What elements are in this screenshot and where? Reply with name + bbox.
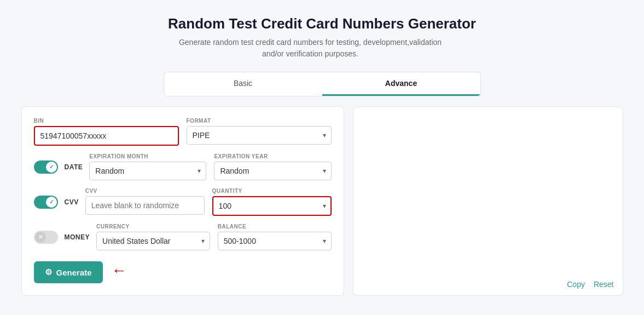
header-section: Random Test Credit Card Numbers Generato… bbox=[168, 15, 476, 60]
date-toggle-knob: ✓ bbox=[46, 162, 57, 173]
gear-icon: ⚙ bbox=[45, 267, 52, 277]
bin-input[interactable] bbox=[34, 126, 179, 146]
tabs-row: Basic Advance bbox=[164, 72, 481, 96]
exp-month-wrapper: Random 010203 040506 ▾ bbox=[89, 162, 206, 180]
currency-wrapper: United States Dollar EuroBritish Pound ▾ bbox=[96, 232, 210, 250]
format-field-group: FORMAT PIPE JSON CSV ▾ bbox=[187, 118, 332, 145]
cvv-toggle-label: CVV bbox=[65, 198, 79, 206]
cvv-input-group: CVV bbox=[85, 188, 205, 216]
date-toggle-check: ✓ bbox=[49, 164, 54, 170]
date-toggle-fields: EXPIRATION MONTH Random 010203 040506 ▾ … bbox=[89, 153, 331, 180]
right-panel: Copy Reset bbox=[353, 106, 623, 296]
money-toggle-x: ✕ bbox=[35, 232, 46, 243]
currency-label: CURRENCY bbox=[96, 224, 210, 230]
balance-select[interactable]: 500-1000 100-5001000-5000 bbox=[218, 232, 332, 250]
date-toggle-label: DATE bbox=[65, 163, 83, 171]
exp-year-group: EXPIRATION YEAR Random 202420252026 ▾ bbox=[214, 153, 331, 180]
currency-group: CURRENCY United States Dollar EuroBritis… bbox=[96, 224, 210, 250]
generate-row: ⚙ Generate ← bbox=[34, 258, 332, 283]
generate-label: Generate bbox=[56, 268, 92, 277]
money-toggle-fields: CURRENCY United States Dollar EuroBritis… bbox=[96, 224, 331, 250]
balance-group: BALANCE 500-1000 100-5001000-5000 ▾ bbox=[218, 224, 332, 250]
tab-advance[interactable]: Advance bbox=[322, 72, 480, 96]
format-select[interactable]: PIPE JSON CSV bbox=[187, 126, 332, 145]
format-select-wrapper: PIPE JSON CSV ▾ bbox=[187, 126, 332, 145]
row-money: ✕ MONEY CURRENCY United States Dollar Eu… bbox=[34, 224, 332, 250]
bin-label: BIN bbox=[34, 118, 179, 124]
right-panel-actions: Copy Reset bbox=[567, 280, 613, 289]
exp-month-label: EXPIRATION MONTH bbox=[89, 153, 206, 159]
cvv-toggle[interactable]: ✓ bbox=[34, 196, 58, 209]
row-date: ✓ DATE EXPIRATION MONTH Random 010203 04… bbox=[34, 153, 332, 180]
main-content: BIN FORMAT PIPE JSON CSV ▾ bbox=[21, 106, 623, 296]
money-toggle[interactable]: ✕ bbox=[34, 231, 58, 244]
date-toggle[interactable]: ✓ bbox=[34, 161, 58, 174]
balance-label: BALANCE bbox=[218, 224, 332, 230]
money-toggle-label: MONEY bbox=[65, 233, 90, 241]
page-title: Random Test Credit Card Numbers Generato… bbox=[168, 15, 476, 32]
exp-month-group: EXPIRATION MONTH Random 010203 040506 ▾ bbox=[89, 153, 206, 180]
cvv-toggle-check: ✓ bbox=[49, 199, 54, 205]
exp-year-wrapper: Random 202420252026 ▾ bbox=[214, 162, 331, 180]
cvv-label: CVV bbox=[85, 188, 205, 194]
cvv-toggle-fields: CVV QUANTITY 100 50200500 ▾ bbox=[85, 188, 332, 216]
balance-wrapper: 500-1000 100-5001000-5000 ▾ bbox=[218, 232, 332, 250]
quantity-select[interactable]: 100 50200500 bbox=[212, 196, 332, 216]
quantity-wrapper: 100 50200500 ▾ bbox=[212, 196, 332, 216]
exp-month-select[interactable]: Random 010203 040506 bbox=[89, 162, 206, 180]
page-subtitle: Generate random test credit card numbers… bbox=[168, 37, 452, 60]
row-bin-format: BIN FORMAT PIPE JSON CSV ▾ bbox=[34, 118, 332, 146]
bin-field-group: BIN bbox=[34, 118, 179, 146]
generate-button[interactable]: ⚙ Generate bbox=[34, 261, 103, 283]
currency-select[interactable]: United States Dollar EuroBritish Pound bbox=[96, 232, 210, 250]
tab-basic[interactable]: Basic bbox=[164, 72, 322, 96]
copy-button[interactable]: Copy bbox=[567, 280, 585, 289]
cvv-toggle-knob: ✓ bbox=[46, 197, 57, 208]
exp-year-select[interactable]: Random 202420252026 bbox=[214, 162, 331, 180]
quantity-label: QUANTITY bbox=[212, 188, 332, 194]
format-label: FORMAT bbox=[187, 118, 332, 124]
reset-button[interactable]: Reset bbox=[594, 280, 614, 289]
row-cvv: ✓ CVV CVV QUANTITY 100 50200500 bbox=[34, 188, 332, 216]
arrow-indicator: ← bbox=[112, 262, 127, 279]
left-panel: BIN FORMAT PIPE JSON CSV ▾ bbox=[21, 106, 344, 296]
exp-year-label: EXPIRATION YEAR bbox=[214, 153, 331, 159]
quantity-group: QUANTITY 100 50200500 ▾ bbox=[212, 188, 332, 216]
cvv-input[interactable] bbox=[85, 196, 205, 215]
